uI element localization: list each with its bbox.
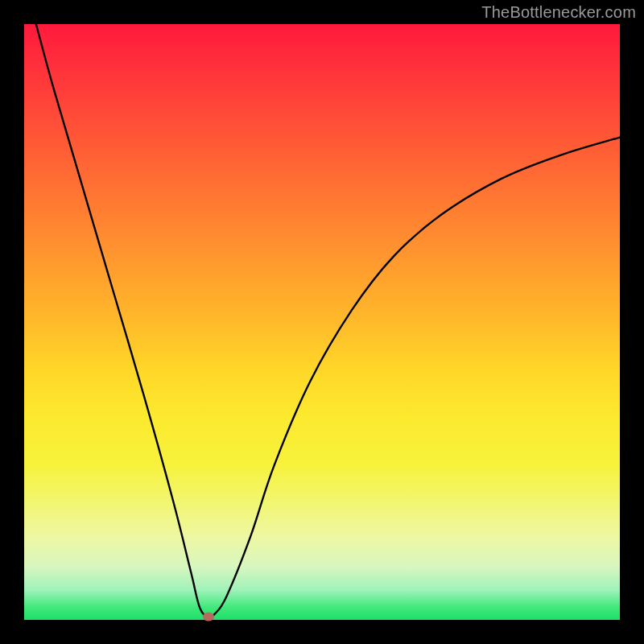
- chart-frame: TheBottlenecker.com: [0, 0, 644, 644]
- optimal-point-marker: [203, 613, 214, 621]
- attribution-text: TheBottlenecker.com: [481, 3, 636, 22]
- plot-area: [24, 24, 620, 620]
- bottleneck-curve: [24, 24, 620, 620]
